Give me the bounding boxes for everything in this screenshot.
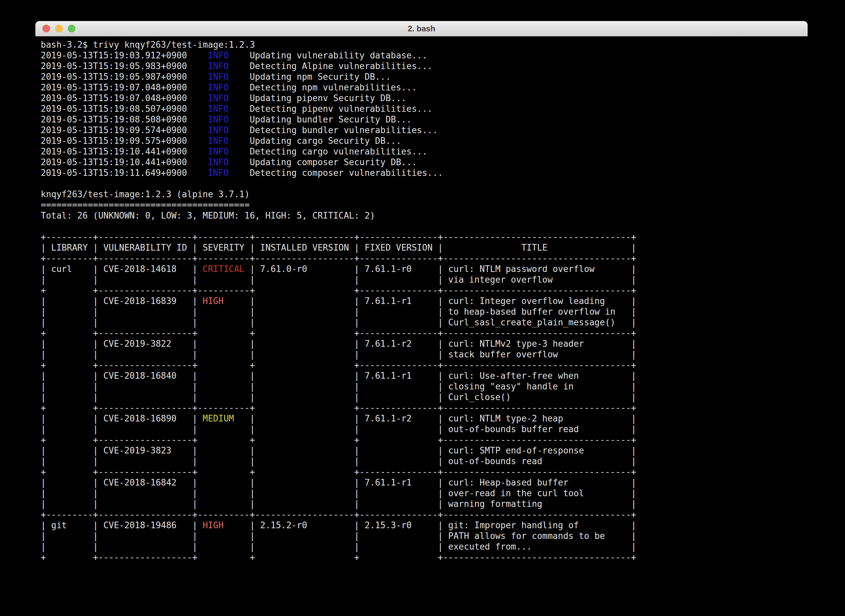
table-row-line: | | | | | | stack buffer overflow | [41,349,808,360]
table-border: +---------+------------------+----------… [41,509,808,520]
table-header-row: | LIBRARY | VULNERABILITY ID | SEVERITY … [41,242,808,253]
log-line: 2019-05-13T15:19:10.441+0900 INFO Detect… [41,146,808,157]
close-button-icon[interactable] [43,25,50,32]
table-row-line: | | | | | | warning formatting | [41,499,808,509]
table-row-line: | | | | | | Curl_close() | [41,392,808,402]
table-border: + +------------------+ + +--------------… [41,466,808,477]
table-border: +---------+------------------+----------… [41,232,808,242]
table-border: + +------------------+ + + +------------… [41,434,808,445]
log-line: 2019-05-13T15:19:03.912+0900 INFO Updati… [41,50,808,61]
terminal-window: 2. bash bash-3.2$ trivy knqyf263/test-im… [35,21,808,608]
table-row-line: | | | | | | via integer overflow | [41,274,808,285]
title-bar[interactable]: 2. bash [35,21,808,37]
report-summary-line: Total: 26 (UNKNOWN: 0, LOW: 3, MEDIUM: 1… [41,210,808,221]
table-row-line: | curl | CVE-2018-14618 | CRITICAL | 7.6… [41,264,808,274]
table-row-line: | | CVE-2018-16839 | HIGH | | 7.61.1-r1 … [41,296,808,307]
report-target-line: knqyf263/test-image:1.2.3 (alpine 3.7.1) [41,189,808,199]
table-row-line: | | | | | | PATH allows for commands to … [41,531,808,541]
report-separator-line: ======================================== [41,199,808,210]
zoom-button-icon[interactable] [68,25,75,32]
table-row-line: | | | | | | out-of-bounds buffer read | [41,424,808,434]
log-line: 2019-05-13T15:19:10.441+0900 INFO Updati… [41,157,808,167]
log-line: 2019-05-13T15:19:08.508+0900 INFO Updati… [41,114,808,125]
table-row-line: | | | | | | out-of-bounds read | [41,456,808,466]
terminal-content[interactable]: bash-3.2$ trivy knqyf263/test-image:1.2.… [35,37,808,563]
terminal-blank-line [41,178,808,189]
table-row-line: | | | | | | over-read in the curl tool | [41,488,808,499]
table-row-line: | | CVE-2018-16842 | | | 7.61.1-r1 | cur… [41,477,808,488]
table-row-line: | | | | | | Curl_sasl_create_plain_messa… [41,317,808,328]
table-border: + +------------------+ + +--------------… [41,360,808,370]
table-row-line: | | CVE-2019-3823 | | | | curl: SMTP end… [41,445,808,456]
table-row-line: | | CVE-2018-16890 | MEDIUM | | 7.61.1-r… [41,413,808,424]
log-line: 2019-05-13T15:19:07.048+0900 INFO Detect… [41,82,808,93]
table-border: + +------------------+ + + +------------… [41,552,808,563]
log-line: 2019-05-13T15:19:05.987+0900 INFO Updati… [41,72,808,82]
shell-prompt-line: bash-3.2$ trivy knqyf263/test-image:1.2.… [41,40,808,50]
log-line: 2019-05-13T15:19:08.507+0900 INFO Detect… [41,103,808,114]
table-border: + +------------------+----------+ +-----… [41,402,808,413]
table-border: + +------------------+----------+ +-----… [41,285,808,296]
terminal-blank-line [41,221,808,232]
table-row-line: | | | | | | closing "easy" handle in | [41,381,808,392]
table-row-line: | | | | | | to heap-based buffer overflo… [41,307,808,317]
table-row-line: | | CVE-2018-16840 | | | 7.61.1-r1 | cur… [41,370,808,381]
traffic-lights [43,25,75,32]
table-row-line: | | | | | | executed from... | [41,541,808,552]
log-line: 2019-05-13T15:19:07.048+0900 INFO Updati… [41,93,808,103]
table-border: +---------+------------------+----------… [41,253,808,264]
log-line: 2019-05-13T15:19:11.649+0900 INFO Detect… [41,167,808,178]
log-line: 2019-05-13T15:19:09.575+0900 INFO Updati… [41,135,808,146]
table-row-line: | git | CVE-2018-19486 | HIGH | 2.15.2-r… [41,520,808,531]
log-line: 2019-05-13T15:19:09.574+0900 INFO Detect… [41,125,808,135]
minimize-button-icon[interactable] [55,25,63,32]
table-border: + +------------------+ + +--------------… [41,328,808,338]
table-row-line: | | CVE-2019-3822 | | | 7.61.1-r2 | curl… [41,338,808,349]
log-line: 2019-05-13T15:19:05.983+0900 INFO Detect… [41,61,808,72]
window-title: 2. bash [408,24,436,33]
